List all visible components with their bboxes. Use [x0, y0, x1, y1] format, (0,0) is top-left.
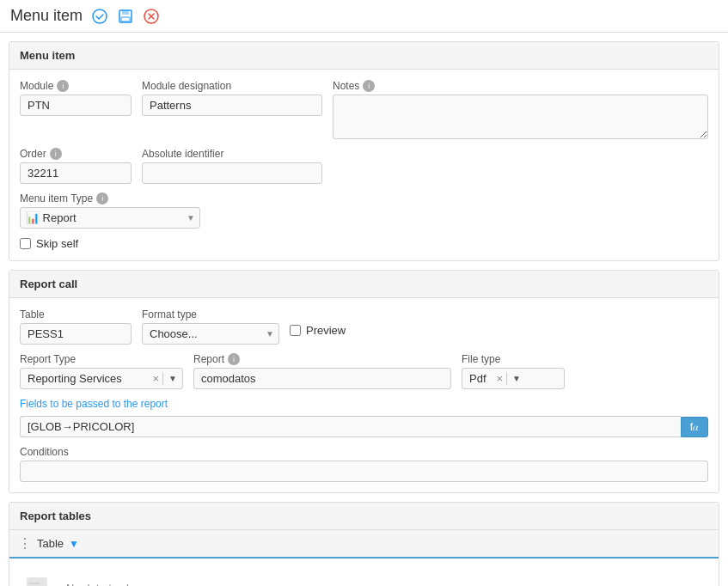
table-input[interactable]	[20, 323, 132, 345]
module-group: Module i	[20, 80, 132, 116]
conditions-group: Conditions	[20, 446, 708, 482]
order-label: Order i	[20, 148, 132, 160]
table-group: Table	[20, 308, 132, 345]
fields-label: Fields to be passed to the report	[20, 398, 708, 410]
fields-input[interactable]	[20, 416, 681, 437]
table-header-label: Table	[37, 537, 64, 550]
report-type-dropdown-button[interactable]: ▼	[162, 372, 182, 385]
preview-label: Preview	[306, 324, 346, 337]
report-type-clear-button[interactable]: ×	[150, 370, 163, 387]
absolute-identifier-label: Absolute identifier	[142, 148, 322, 160]
file-type-value: Pdf	[462, 369, 493, 388]
report-input[interactable]	[193, 368, 451, 389]
report-info-icon[interactable]: i	[228, 353, 240, 365]
confirm-icon[interactable]	[91, 8, 108, 25]
format-type-select-wrapper: Choose... PDF Excel Word HTML ▼	[142, 323, 279, 345]
conditions-input[interactable]	[20, 461, 708, 482]
save-icon[interactable]	[117, 8, 134, 25]
conditions-label: Conditions	[20, 446, 708, 458]
file-type-dropdown-button[interactable]: ▼	[506, 372, 526, 385]
table-toolbar: ⋮ Table ▼	[9, 530, 719, 559]
report-call-section-header: Report call	[9, 271, 719, 298]
format-type-group: Format type Choose... PDF Excel Word HTM…	[142, 308, 279, 345]
notes-textarea[interactable]	[333, 95, 708, 139]
menu-item-type-select[interactable]: 📊 Report	[20, 207, 200, 229]
function-btn-label: f𝛼	[690, 421, 699, 433]
absolute-identifier-input[interactable]	[142, 162, 322, 184]
module-label: Module i	[20, 80, 132, 92]
module-input[interactable]	[20, 95, 132, 116]
menu-item-type-select-wrapper: 📊 Report ▼	[20, 207, 200, 229]
preview-row: Preview	[290, 324, 346, 337]
report-type-value: Reporting Services	[21, 369, 150, 388]
form-row-1: Module i Module designation Notes i	[20, 80, 708, 139]
page-header: Menu item	[0, 0, 728, 33]
fields-group: Fields to be passed to the report f𝛼	[20, 398, 708, 437]
absolute-identifier-group: Absolute identifier	[142, 148, 322, 184]
module-designation-group: Module designation	[142, 80, 322, 116]
drag-handle-icon[interactable]: ⋮	[18, 535, 32, 552]
report-group: Report i	[193, 353, 451, 389]
order-input[interactable]	[20, 162, 132, 184]
menu-item-section: Menu item Module i Module designation No…	[9, 41, 719, 261]
menu-item-type-group: Menu item Type i 📊 Report ▼	[20, 192, 200, 229]
format-type-label: Format type	[142, 308, 279, 320]
notes-label: Notes i	[333, 80, 708, 92]
file-type-group: File type Pdf × ▼	[462, 353, 565, 389]
module-designation-input[interactable]	[142, 95, 322, 116]
svg-rect-2	[122, 10, 129, 15]
format-type-select[interactable]: Choose... PDF Excel Word HTML	[142, 323, 279, 345]
menu-item-section-body: Module i Module designation Notes i	[9, 70, 719, 260]
fields-input-wrapper	[20, 416, 681, 437]
no-data-row: No data to show	[9, 559, 719, 586]
skip-self-row: Skip self	[20, 237, 708, 250]
report-type-wrapper: Reporting Services × ▼	[20, 368, 183, 389]
report-tables-section-header: Report tables	[9, 503, 719, 530]
form-row-3: Menu item Type i 📊 Report ▼	[20, 192, 708, 229]
report-call-section: Report call Table Format type Choose... …	[9, 270, 719, 493]
svg-rect-7	[27, 577, 47, 586]
file-type-label: File type	[462, 353, 565, 365]
skip-self-label: Skip self	[36, 237, 78, 250]
function-button[interactable]: f𝛼	[681, 417, 708, 437]
report-call-section-body: Table Format type Choose... PDF Excel Wo…	[9, 298, 719, 492]
file-type-clear-button[interactable]: ×	[493, 370, 507, 387]
module-info-icon[interactable]: i	[57, 80, 69, 92]
cancel-icon[interactable]	[143, 8, 160, 25]
report-type-group: Report Type Reporting Services × ▼	[20, 353, 183, 389]
notes-group: Notes i	[333, 80, 708, 139]
preview-checkbox[interactable]	[290, 325, 301, 336]
order-group: Order i	[20, 148, 132, 184]
rc-form-row-1: Table Format type Choose... PDF Excel Wo…	[20, 308, 708, 345]
menu-item-type-info-icon[interactable]: i	[96, 192, 108, 204]
module-designation-label: Module designation	[142, 80, 322, 92]
report-label: Report i	[193, 353, 451, 365]
report-type-label: Report Type	[20, 353, 183, 365]
page-title: Menu item	[10, 7, 83, 25]
svg-rect-8	[28, 583, 40, 584]
menu-item-section-header: Menu item	[9, 42, 719, 70]
svg-point-0	[93, 9, 107, 23]
notes-info-icon[interactable]: i	[363, 80, 375, 92]
skip-self-checkbox[interactable]	[20, 238, 31, 249]
file-type-wrapper: Pdf × ▼	[462, 368, 565, 389]
report-tables-section: Report tables ⋮ Table ▼ No data to show …	[9, 502, 719, 586]
order-info-icon[interactable]: i	[50, 148, 62, 160]
table-label: Table	[20, 308, 132, 320]
svg-rect-3	[121, 17, 130, 21]
no-data-text: No data to show	[66, 582, 147, 587]
fields-row: f𝛼	[20, 416, 708, 437]
no-data-icon	[23, 571, 58, 586]
table-dropdown-button[interactable]: ▼	[69, 538, 79, 550]
rc-form-row-2: Report Type Reporting Services × ▼ Repor…	[20, 353, 708, 389]
form-row-2: Order i Absolute identifier	[20, 148, 708, 184]
preview-group: Preview	[290, 308, 346, 337]
menu-item-type-label: Menu item Type i	[20, 192, 200, 204]
